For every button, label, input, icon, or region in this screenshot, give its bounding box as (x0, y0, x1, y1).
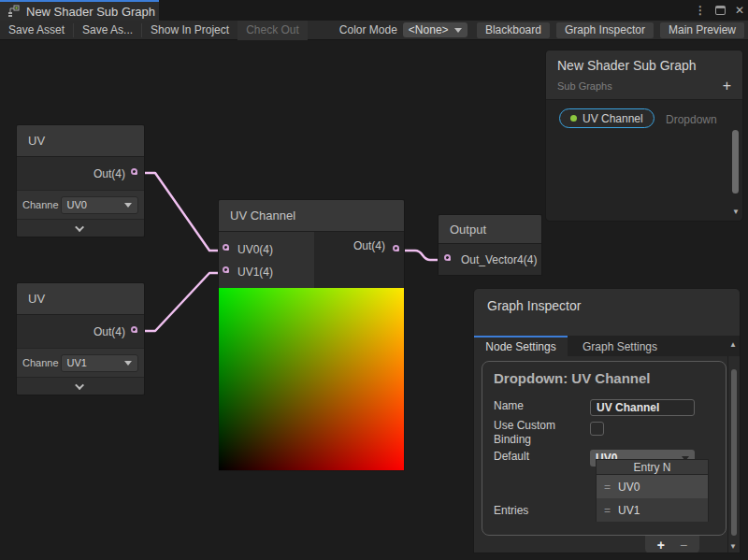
entries-list: Entry N = UV0 = UV1 (596, 459, 709, 522)
node-preview-gradient (219, 288, 404, 470)
tab-title: New Shader Sub Graph (26, 5, 155, 19)
port-label-out: Out(4) (94, 167, 125, 180)
node-output[interactable]: Output Out_Vector4(4) (438, 214, 542, 276)
property-name: UV Channel (583, 112, 643, 125)
node-title[interactable]: UV (17, 125, 144, 157)
show-in-project-button[interactable]: Show In Project (142, 21, 237, 40)
blackboard-header: New Shader Sub Graph Sub Graphs + (546, 50, 742, 100)
node-settings-section: Dropdown: UV Channel Name UV Channel Use… (482, 361, 726, 536)
graph-inspector-toggle[interactable]: Graph Inspector (556, 22, 654, 38)
node-uv-channel[interactable]: UV Channel UV0(4) UV1(4) Out(4) (218, 199, 405, 471)
drag-handle-icon[interactable]: = (604, 504, 611, 517)
property-type: Dropdown (666, 113, 717, 126)
tab-bar: New Shader Sub Graph ⋮ ✕ (0, 0, 748, 21)
scroll-up-icon[interactable]: ▲ (729, 340, 737, 349)
entry-label: UV0 (618, 481, 640, 494)
shader-graph-window: New Shader Sub Graph ⋮ ✕ Save Asset Save… (0, 0, 748, 560)
node-title[interactable]: Output (439, 215, 541, 244)
channel-dropdown[interactable]: UV0 (61, 196, 138, 214)
use-custom-binding-checkbox[interactable] (590, 422, 604, 436)
scrollbar-thumb[interactable] (731, 369, 737, 536)
output-port[interactable] (131, 168, 137, 175)
port-label-uv1: UV1(4) (237, 266, 273, 279)
graph-inspector-panel: Graph Inspector Node Settings Graph Sett… (473, 288, 741, 553)
chevron-down-icon (75, 223, 84, 232)
port-label-out: Out(4) (353, 239, 385, 252)
channel-value: UV0 (67, 199, 87, 210)
entries-footer: + − (645, 536, 699, 553)
blackboard-body: UV Channel Dropdown ▼ (546, 100, 742, 219)
scroll-down-icon[interactable]: ▼ (732, 208, 740, 216)
entry-row-uv0[interactable]: = UV0 (596, 475, 709, 498)
inspector-scrollbar[interactable]: ▼ (727, 356, 740, 553)
save-asset-button[interactable]: Save Asset (0, 21, 73, 40)
use-custom-binding-label: Use Custom Binding (494, 419, 583, 447)
wire-uv1 (138, 273, 219, 331)
window-controls: ⋮ ✕ (695, 0, 744, 21)
add-entry-button[interactable]: + (657, 538, 665, 552)
channel-dropdown[interactable]: UV1 (61, 354, 138, 372)
inspector-tabs: Node Settings Graph Settings ▲ (474, 336, 740, 356)
blackboard-toggle[interactable]: Blackboard (477, 22, 550, 38)
inspector-header: Graph Inspector (474, 289, 740, 336)
property-pill-uv-channel[interactable]: UV Channel (559, 108, 654, 128)
chevron-down-icon (124, 203, 132, 208)
save-as-button[interactable]: Save As... (74, 21, 141, 40)
tab-node-settings[interactable]: Node Settings (474, 336, 568, 356)
entry-label: UV1 (618, 504, 640, 517)
tab-new-shader-sub-graph[interactable]: New Shader Sub Graph (0, 0, 159, 21)
port-label-out-vector4: Out_Vector4(4) (461, 253, 537, 266)
port-label-uv0: UV0(4) (237, 243, 273, 256)
main-preview-toggle[interactable]: Main Preview (660, 22, 744, 38)
color-mode-value: <None> (409, 23, 449, 36)
inspector-title: Graph Inspector (487, 298, 726, 313)
exposed-dot-icon (570, 115, 577, 122)
add-property-button[interactable]: + (723, 79, 731, 93)
output-port[interactable] (131, 326, 137, 333)
blackboard-title: New Shader Sub Graph (557, 58, 731, 73)
channel-label: Channe (22, 199, 59, 210)
collapse-button[interactable] (17, 377, 144, 395)
blackboard-panel: New Shader Sub Graph Sub Graphs + UV Cha… (545, 50, 743, 222)
section-title: Dropdown: UV Channel (482, 362, 726, 390)
output-port[interactable] (393, 245, 399, 251)
subgraph-asset-icon (7, 5, 21, 18)
channel-value: UV1 (67, 357, 87, 368)
chevron-down-icon (75, 381, 84, 390)
name-field[interactable]: UV Channel (590, 399, 695, 416)
inspector-content: Dropdown: UV Channel Name UV Channel Use… (474, 356, 740, 553)
entries-header: Entry N (596, 459, 709, 475)
drag-handle-icon[interactable]: = (604, 481, 611, 494)
entry-row-uv1[interactable]: = UV1 (596, 498, 709, 522)
color-mode-dropdown[interactable]: <None> (403, 22, 468, 37)
wire-out (401, 251, 442, 260)
entries-label: Entries (494, 504, 590, 518)
scroll-down-icon[interactable]: ▼ (729, 542, 737, 551)
check-out-button: Check Out (237, 21, 308, 40)
name-label: Name (494, 399, 590, 416)
node-uv-top[interactable]: UV Out(4) Channe UV0 (16, 124, 145, 237)
graph-canvas[interactable]: UV Out(4) Channe UV0 UV Out(4) Ch (0, 40, 748, 560)
blackboard-subtitle: Sub Graphs (557, 80, 612, 92)
default-label: Default (494, 450, 590, 467)
toolbar: Save Asset Save As... Show In Project Ch… (0, 21, 748, 40)
wire-uv0 (138, 173, 219, 251)
channel-label: Channe (22, 357, 59, 368)
tab-graph-settings[interactable]: Graph Settings (568, 336, 672, 356)
port-label-out: Out(4) (94, 325, 125, 338)
maximize-icon[interactable] (715, 6, 726, 15)
close-icon[interactable]: ✕ (735, 5, 744, 16)
color-mode-label: Color Mode (334, 23, 403, 36)
input-port-uv1[interactable] (223, 266, 229, 273)
node-title[interactable]: UV Channel (219, 200, 404, 232)
collapse-button[interactable] (17, 219, 144, 237)
input-port-uv0[interactable] (223, 244, 229, 251)
chevron-down-icon (454, 28, 462, 33)
scrollbar-thumb[interactable] (732, 130, 739, 194)
chevron-down-icon (124, 361, 132, 366)
remove-entry-button[interactable]: − (680, 538, 687, 552)
input-port[interactable] (444, 254, 451, 261)
node-uv-bottom[interactable]: UV Out(4) Channe UV1 (16, 282, 145, 395)
node-title[interactable]: UV (17, 283, 144, 315)
more-icon[interactable]: ⋮ (695, 5, 706, 16)
